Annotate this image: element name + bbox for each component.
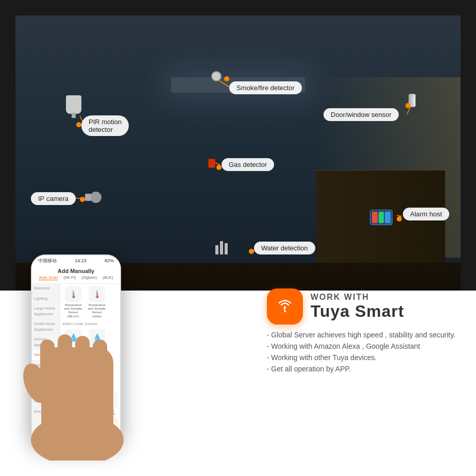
alarm-label: Alarm host [403,208,449,220]
camera-label: IP camera [31,192,76,205]
feature-4: - Get all operation by APP. [267,365,455,373]
work-with-text: WORK WITH [311,293,404,302]
tuya-text-block: WORK WITH Tuya Smart [311,293,404,321]
smoke-detector-device [211,71,222,81]
pir-device [66,95,81,114]
features-list: - Global Server achieves high speed , st… [267,331,455,373]
tuya-logo-row: t WORK WITH Tuya Smart [267,288,404,325]
phone-mockup: 中国移动 14:23 82% Add Manually Auto Scan (W… [31,254,121,445]
door-dot [405,103,411,108]
tuya-logo-icon: t [267,288,303,325]
smoke-detector-dot [224,76,229,81]
smoke-detector-label: Smoke/fire detector [229,81,302,94]
pir-dot [76,122,81,127]
svg-rect-12 [75,336,90,378]
water-label: Water detection [254,242,315,254]
door-label: Door/window sensor [324,108,399,121]
svg-text:t: t [283,304,286,314]
water-device [215,241,228,254]
gas-dot [216,165,222,170]
tuya-logo-svg: t [272,294,298,319]
feature-3: - Working with other Tuya devices. [267,353,455,362]
tuya-branding-section: t WORK WITH Tuya Smart - Global Server a… [267,288,455,373]
gas-detector-device [208,159,215,168]
feature-1: - Global Server achieves high speed , st… [267,331,455,339]
hand-svg [21,244,134,461]
water-dot [249,249,254,254]
feature-2: - Working with Amazon Alexa , Google Ass… [267,342,455,350]
pir-label: PIR motion detector [81,115,129,136]
svg-rect-10 [40,339,55,381]
svg-rect-13 [93,339,107,378]
gas-label: Gas detector [222,158,274,171]
main-container: Smoke/fire detector PIR motion detector … [0,0,476,476]
alarm-host-device [370,210,393,225]
alarm-dot [397,216,402,222]
camera-dot [80,197,85,202]
tuya-smart-text: Tuya Smart [311,302,404,321]
ip-camera-device [85,191,101,204]
svg-rect-11 [58,334,72,378]
